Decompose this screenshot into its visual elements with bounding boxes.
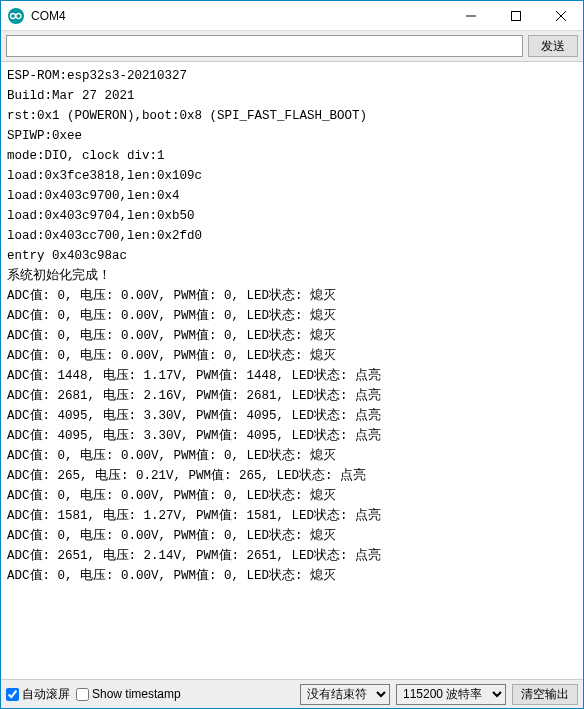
- titlebar: COM4: [1, 1, 583, 31]
- autoscroll-checkbox[interactable]: [6, 688, 19, 701]
- minimize-button[interactable]: [448, 1, 493, 30]
- clear-output-button[interactable]: 清空输出: [512, 684, 578, 705]
- send-toolbar: 发送: [1, 31, 583, 62]
- arduino-icon: [7, 7, 25, 25]
- window-title: COM4: [31, 9, 448, 23]
- send-button[interactable]: 发送: [528, 35, 578, 57]
- timestamp-label: Show timestamp: [92, 687, 181, 701]
- send-input[interactable]: [6, 35, 523, 57]
- timestamp-checkbox-wrap[interactable]: Show timestamp: [76, 687, 181, 701]
- serial-monitor-window: COM4 发送 ESP-ROM:esp32s3-20210327 Build:M…: [0, 0, 584, 709]
- autoscroll-checkbox-wrap[interactable]: 自动滚屏: [6, 686, 70, 703]
- svg-rect-2: [511, 11, 520, 20]
- serial-output[interactable]: ESP-ROM:esp32s3-20210327 Build:Mar 27 20…: [1, 62, 583, 680]
- line-ending-select[interactable]: 没有结束符: [300, 684, 390, 705]
- close-button[interactable]: [538, 1, 583, 30]
- statusbar: 自动滚屏 Show timestamp 没有结束符 115200 波特率 清空输…: [1, 680, 583, 708]
- autoscroll-label: 自动滚屏: [22, 686, 70, 703]
- window-controls: [448, 1, 583, 30]
- maximize-button[interactable]: [493, 1, 538, 30]
- baud-rate-select[interactable]: 115200 波特率: [396, 684, 506, 705]
- timestamp-checkbox[interactable]: [76, 688, 89, 701]
